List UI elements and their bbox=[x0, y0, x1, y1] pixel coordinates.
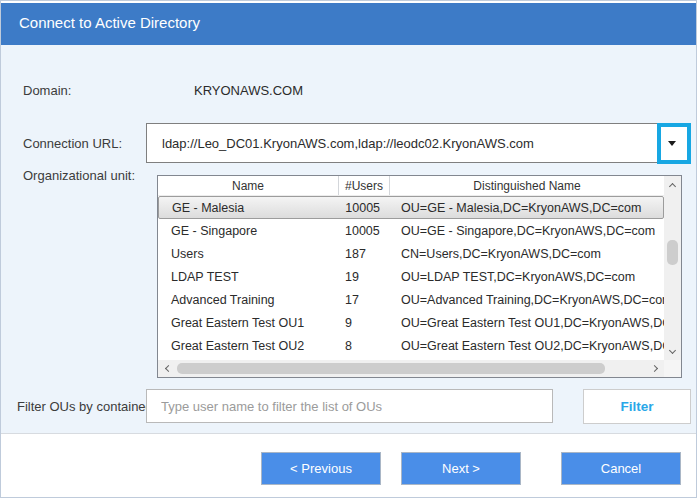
scroll-left-button[interactable] bbox=[158, 360, 175, 377]
horizontal-scrollbar[interactable] bbox=[158, 360, 664, 377]
chevron-down-icon bbox=[668, 141, 676, 146]
filter-button[interactable]: Filter bbox=[583, 389, 691, 424]
table-row[interactable]: Users 187 CN=Users,DC=KryonAWS,DC=com bbox=[158, 242, 664, 265]
filter-input[interactable] bbox=[146, 389, 553, 423]
cell-dn: OU=Great Eastern Test OU2,DC=KryonAWS,DC… bbox=[390, 334, 664, 357]
next-button[interactable]: Next > bbox=[401, 452, 521, 485]
chevron-down-icon bbox=[669, 346, 676, 353]
column-header-users[interactable]: #Users bbox=[339, 176, 390, 195]
column-header-distinguished-name[interactable]: Distinguished Name bbox=[390, 176, 664, 195]
previous-button[interactable]: < Previous bbox=[261, 452, 381, 485]
cell-name: GE - Malesia bbox=[159, 197, 339, 218]
cell-users: 19 bbox=[339, 265, 390, 288]
cell-dn: OU=GE - Malesia,DC=KryonAWS,DC=com bbox=[390, 197, 663, 218]
scroll-right-button[interactable] bbox=[647, 360, 664, 377]
cell-users: 8 bbox=[339, 334, 390, 357]
cell-name: LDAP TEST bbox=[158, 265, 339, 288]
connection-url-value: ldap://Leo_DC01.KryonAWS.com,ldap://leod… bbox=[162, 136, 534, 151]
cell-users: 17 bbox=[339, 288, 390, 311]
connection-url-label: Connection URL: bbox=[23, 136, 122, 151]
cell-users: 187 bbox=[339, 242, 390, 265]
domain-value: KRYONAWS.COM bbox=[194, 83, 303, 98]
scroll-up-button[interactable] bbox=[664, 176, 681, 193]
scrollbar-corner bbox=[664, 360, 681, 377]
cell-dn: OU=Advanced Training,DC=KryonAWS,DC=com bbox=[390, 288, 664, 311]
cell-users: 9 bbox=[339, 311, 390, 334]
cell-dn: OU=LDAP TEST,DC=KryonAWS,DC=com bbox=[390, 265, 664, 288]
table-row[interactable]: GE - Malesia 10005 OU=GE - Malesia,DC=Kr… bbox=[158, 196, 664, 219]
dialog-footer: < Previous Next > Cancel bbox=[1, 433, 696, 497]
vertical-scrollbar-thumb[interactable] bbox=[667, 240, 678, 265]
cancel-button[interactable]: Cancel bbox=[561, 452, 681, 485]
vertical-scrollbar[interactable] bbox=[664, 176, 681, 360]
cell-dn: OU=GE - Singapore,DC=KryonAWS,DC=com bbox=[390, 219, 664, 242]
dialog-title: Connect to Active Directory bbox=[1, 3, 696, 45]
cell-dn: CN=Users,DC=KryonAWS,DC=com bbox=[390, 242, 664, 265]
ou-table-header: Name #Users Distinguished Name bbox=[158, 176, 664, 196]
cell-dn: OU=Great Eastern Test OU1,DC=KryonAWS,DC… bbox=[390, 311, 664, 334]
table-row[interactable]: Advanced Training 17 OU=Advanced Trainin… bbox=[158, 288, 664, 311]
horizontal-scrollbar-thumb[interactable] bbox=[177, 363, 605, 374]
connect-to-ad-dialog: Connect to Active Directory Domain: KRYO… bbox=[0, 0, 697, 498]
chevron-up-icon bbox=[669, 182, 676, 189]
ou-table: Name #Users Distinguished Name GE - Male… bbox=[157, 175, 682, 378]
cell-name: GE - Singapore bbox=[158, 219, 339, 242]
cell-name: Users bbox=[158, 242, 339, 265]
ou-table-body: GE - Malesia 10005 OU=GE - Malesia,DC=Kr… bbox=[158, 196, 664, 357]
dialog-content: Domain: KRYONAWS.COM Connection URL: lda… bbox=[1, 45, 696, 433]
organizational-unit-label: Organizational unit: bbox=[23, 168, 135, 183]
chevron-right-icon bbox=[650, 365, 657, 372]
table-row[interactable]: Great Eastern Test OU1 9 OU=Great Easter… bbox=[158, 311, 664, 334]
table-row[interactable]: LDAP TEST 19 OU=LDAP TEST,DC=KryonAWS,DC… bbox=[158, 265, 664, 288]
scroll-down-button[interactable] bbox=[664, 343, 681, 360]
table-row[interactable]: Great Eastern Test OU2 8 OU=Great Easter… bbox=[158, 334, 664, 357]
chevron-left-icon bbox=[164, 365, 171, 372]
cell-users: 10005 bbox=[339, 219, 390, 242]
cell-users: 10005 bbox=[339, 197, 390, 218]
column-header-name[interactable]: Name bbox=[158, 176, 339, 195]
connection-url-dropdown-button[interactable] bbox=[660, 124, 684, 162]
cell-name: Great Eastern Test OU1 bbox=[158, 311, 339, 334]
table-row[interactable]: GE - Singapore 10005 OU=GE - Singapore,D… bbox=[158, 219, 664, 242]
domain-label: Domain: bbox=[23, 83, 71, 98]
connection-url-combobox[interactable]: ldap://Leo_DC01.KryonAWS.com,ldap://leod… bbox=[146, 123, 691, 163]
cell-name: Advanced Training bbox=[158, 288, 339, 311]
cell-name: Great Eastern Test OU2 bbox=[158, 334, 339, 357]
